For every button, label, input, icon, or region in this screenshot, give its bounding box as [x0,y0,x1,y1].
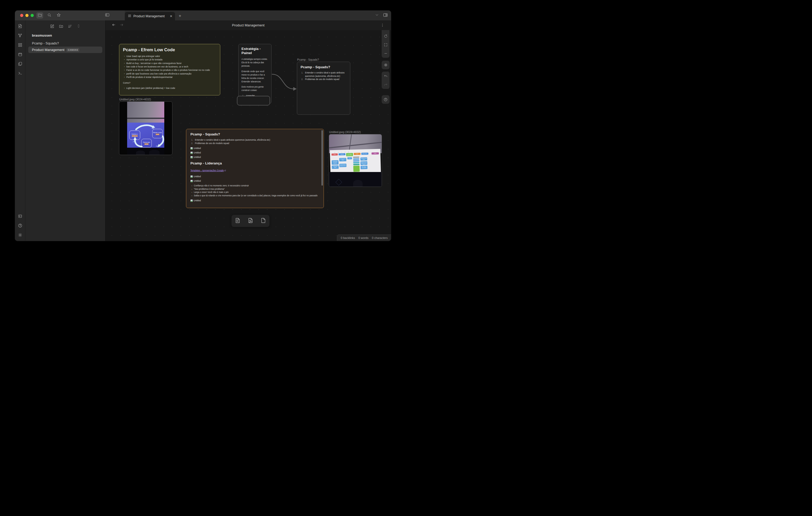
close-window-button[interactable] [20,14,23,17]
search-button[interactable] [46,12,53,19]
forward-button[interactable] [120,23,124,28]
undo-button[interactable] [382,72,389,80]
bullet: Aproveitar a ux/ui que já foi testada [123,58,216,61]
settings-button[interactable] [17,233,23,238]
photo-cycle-diagram: Explorar oproblema Montar a coisacerta O… [127,102,164,155]
sticky-bar [353,160,359,162]
titlebar: Product Management ✕ + [15,10,391,20]
redo-button[interactable] [382,80,389,89]
new-tab-button[interactable]: + [179,13,181,19]
card-estrategia-painel[interactable]: Estratégia - Painel A estratégia sempre … [238,44,271,103]
add-media-card-button[interactable] [248,217,254,224]
daily-note-button[interactable] [17,52,23,58]
sticky-note: Alinhamento tribos [339,158,346,161]
cycle-node-montar: Montar a coisacerta [152,129,163,138]
bullet: “Seu problema é meu problema” [191,188,319,191]
file-name: Pcamp - Squads? [32,41,59,45]
view-title: Product Management [106,23,391,27]
card-empty[interactable] [237,96,270,105]
list-item: Entender o cenário ideal e quais atribut… [191,139,319,142]
help-icon [18,223,23,229]
new-note-button[interactable] [50,24,54,31]
back-button[interactable] [112,23,116,28]
list-item: Problemas de uso do modelo squad [300,78,347,81]
card-pcamp-squads-main[interactable]: Pcamp - Squads? Entender o cenário ideal… [186,129,324,208]
left-sidebar-toggle[interactable] [104,12,111,19]
bullet: Confiança não é no momento zero; é neces… [191,184,319,187]
sticky-note: Hot Topics next week [360,166,367,170]
files-toggle-button[interactable] [36,12,43,19]
canvas-button[interactable] [17,42,23,48]
sticky-note: Alinhamentos aliança | B.U.s [339,164,346,167]
canvas-help-button[interactable] [382,95,389,104]
file-explorer: brasmussen Pcamp - Squads? Product Manag… [25,20,106,241]
canvas-badge: CANVAS [66,48,79,52]
sticky-note: Capítulo [339,153,346,155]
collapse-all-button[interactable] [77,24,81,31]
external-link[interactable]: Templates - Apresentações Google [191,170,226,172]
quick-switcher-button[interactable] [17,24,23,30]
card-subtitle: Pcamp - Liderança [191,161,319,165]
sort-order-button[interactable] [68,24,72,31]
bookmarks-button[interactable] [55,12,62,19]
snap-to-grid-button[interactable] [382,61,389,69]
tab-product-management[interactable]: Product Management ✕ [125,12,175,20]
tab-list-chevron-icon[interactable] [375,13,379,18]
card-title: Pcamp - Squads? [191,132,319,136]
sidebar-left-icon [105,12,110,18]
tab-close-button[interactable]: ✕ [170,14,172,18]
minimize-window-button[interactable] [25,14,29,17]
paragraph: Entende onde que você mexe no produto e … [241,70,268,83]
list-item: Entender o cenário ideal e quais atribut… [300,71,347,78]
left-ribbon [15,20,25,241]
folder-icon [38,13,42,18]
right-sidebar-toggle[interactable] [383,12,388,19]
reset-zoom-button[interactable] [382,32,389,40]
backlinks-count[interactable]: 0 backlinks [341,236,355,239]
help-button[interactable] [17,223,23,229]
zoom-out-button[interactable] [382,49,389,58]
more-options-button[interactable]: ⋮ [381,25,384,26]
add-note-card-button[interactable] [235,217,241,224]
bullet: low code é focar em business em vez de b… [123,65,216,68]
sticky-note: Times [331,153,338,156]
copy-icon [18,61,23,67]
zoom-window-button[interactable] [31,14,34,17]
terminal-icon [18,71,23,77]
help-rail [382,95,389,104]
zoom-to-fit-button[interactable] [382,40,389,49]
broken-image-alt: Untitled [194,147,201,150]
file-name: Product Management [32,48,64,52]
paragraph: Como? [123,82,216,84]
bullet: Fazer a ux do no code funcionar no produ… [123,68,216,72]
sticky-green-block [353,166,360,172]
vault-icon [18,214,23,219]
paragraph: A estratégia sempre existe. Ela tá lá na… [241,58,268,68]
new-folder-button[interactable] [59,24,63,31]
graph-view-button[interactable] [17,33,23,39]
photo-slide: Explorar oproblema Montar a coisacerta O… [127,123,164,148]
word-count: 0 words [358,236,369,239]
sticky-note: 1:1s [347,157,352,160]
templates-button[interactable] [17,61,23,67]
file-item-product-management[interactable]: Product Management CANVAS [28,47,102,53]
sticky-note: Overview times [332,165,339,169]
card-pcamp-squads-top[interactable]: Pcamp - Squads? Entender o cenário ideal… [297,62,350,115]
vault-title[interactable]: brasmussen [28,32,102,40]
sticky-bar [353,158,359,160]
image-card-cycle-photo[interactable]: Explorar oproblema Montar a coisacerta O… [119,101,172,155]
file-item-pcamp-squads[interactable]: Pcamp - Squads? [28,40,102,47]
add-file-card-button[interactable] [260,217,266,224]
broken-image-row: Untitled [191,175,319,178]
tab-strip: Product Management ✕ + [125,10,391,20]
star-icon [57,13,61,18]
card-scrollbar-thumb[interactable] [321,130,323,186]
card-efrem-low-code[interactable]: Pcamp - Efrem Low Code Usar SaaS api pra… [119,44,220,95]
sticky-note: Semanal com liderança da B.U.s [360,161,367,165]
image-card-agenda-photo[interactable]: 56789 Times Capítulo 1:1s Team Stakehold… [329,134,382,187]
vault-switcher-button[interactable] [17,214,23,219]
terminal-button[interactable] [17,71,23,77]
file-search-icon [18,24,23,30]
canvas-view[interactable]: Product Management ⋮ Pcamp - Efrem Low C… [106,20,391,241]
sticky-note: FNDS [372,152,379,155]
